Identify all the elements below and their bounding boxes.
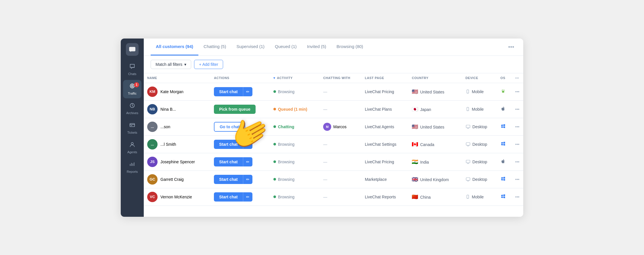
last-page-value: Marketplace: [365, 177, 387, 182]
edit-button[interactable]: ✏: [243, 87, 252, 96]
edit-button[interactable]: ✏: [243, 192, 252, 202]
chatting-with-cell: —: [320, 83, 361, 100]
tabs-more-button[interactable]: •••: [506, 42, 516, 52]
svg-rect-16: [466, 178, 470, 180]
country-cell: 🇮🇳India: [408, 153, 462, 170]
svg-rect-14: [466, 143, 470, 145]
start-chat-button[interactable]: Start chat: [214, 87, 243, 96]
device-value: Desktop: [472, 177, 487, 182]
name-cell: KM Kate Morgan: [144, 83, 210, 100]
agents-icon: [129, 141, 135, 149]
add-filter-button[interactable]: + Add filter: [194, 60, 223, 69]
sidebar-item-archives-label: Archives: [126, 111, 138, 115]
svg-rect-0: [129, 47, 135, 51]
activity-cell: Queued (1 min): [270, 100, 320, 118]
sidebar-item-traffic[interactable]: 1 Traffic: [123, 80, 141, 98]
action-cell: Start chat ✏: [210, 135, 270, 153]
action-cell: Start chat ✏: [210, 153, 270, 170]
start-chat-button[interactable]: Start chat: [214, 140, 243, 149]
last-page-cell: LiveChat Settings: [361, 135, 409, 153]
activity-cell: Browsing: [270, 170, 320, 188]
chatting-with-cell: —: [320, 135, 361, 153]
svg-rect-5: [130, 124, 135, 127]
device-value: Mobile: [472, 195, 484, 199]
last-page-cell: Marketplace: [361, 170, 409, 188]
action-cell: Start chat ✏: [210, 83, 270, 100]
tab-chatting[interactable]: Chatting (5): [198, 39, 231, 56]
sidebar-item-traffic-label: Traffic: [128, 92, 137, 95]
row-more-button[interactable]: •••: [512, 153, 523, 170]
customer-name: Garrett Craig: [160, 177, 184, 182]
activity-label: Browsing: [278, 160, 295, 164]
country-cell: 🇬🇧United Kingdom: [408, 170, 462, 188]
activity-dot: [273, 125, 276, 128]
row-more-button[interactable]: •••: [512, 188, 523, 206]
sidebar-item-agents[interactable]: Agents: [123, 139, 141, 157]
sidebar-item-reports-label: Reports: [127, 170, 138, 173]
device-value: Mobile: [472, 89, 484, 94]
activity-dot: [273, 108, 276, 110]
country-cell: 🇺🇸United States: [408, 118, 462, 135]
table-header-row: NAME ACTIONS ▾ ACTIVITY CHATTING: [144, 73, 523, 83]
country-name: Japan: [420, 107, 431, 112]
device-cell: Desktop: [462, 135, 497, 153]
col-more: •••: [512, 73, 523, 83]
svg-rect-15: [466, 160, 470, 163]
edit-button[interactable]: ✏: [243, 175, 252, 184]
row-more-button[interactable]: •••: [512, 170, 523, 188]
chatting-with-value: —: [323, 107, 327, 112]
device-cell: Desktop: [462, 118, 497, 135]
tab-queued[interactable]: Queued (1): [270, 39, 302, 56]
table-row: JS Josephine Spencer Start chat ✏ Browsi…: [144, 153, 523, 170]
activity-label: Chatting: [278, 124, 294, 129]
tab-supervised[interactable]: Supervised (1): [231, 39, 270, 56]
row-more-button[interactable]: •••: [512, 135, 523, 153]
last-page-cell: LiveChat Agents: [361, 118, 409, 135]
last-page-value: LiveChat Reports: [365, 195, 396, 199]
last-page-value: LiveChat Agents: [365, 124, 394, 129]
match-all-filters-button[interactable]: Match all filters ▾: [151, 60, 191, 69]
activity-cell: Browsing: [270, 188, 320, 206]
sidebar-item-tickets[interactable]: Tickets: [123, 119, 141, 137]
tab-browsing[interactable]: Browsing (80): [331, 39, 369, 56]
last-page-cell: LiveChat Pricing: [361, 83, 409, 100]
chatting-with-value: —: [323, 160, 327, 164]
name-cell: GC Garrett Craig: [144, 170, 210, 188]
os-cell: [497, 83, 512, 100]
os-cell: [497, 153, 512, 170]
country-name: United States: [420, 90, 444, 94]
country-name: United States: [420, 125, 444, 129]
country-name: China: [420, 195, 431, 200]
chatting-with-value: —: [323, 177, 327, 182]
start-chat-button[interactable]: Start chat: [214, 175, 243, 184]
tab-invited[interactable]: Invited (5): [302, 39, 331, 56]
action-cell: Go to chat: [210, 118, 270, 135]
row-more-button[interactable]: •••: [512, 100, 523, 118]
tab-all-customers[interactable]: All customers (94): [151, 39, 198, 56]
col-actions: ACTIONS: [210, 73, 270, 83]
device-cell: Mobile: [462, 83, 497, 100]
pick-from-queue-button[interactable]: Pick from queue: [214, 105, 256, 114]
activity-cell: Browsing: [270, 135, 320, 153]
table-row: KM Kate Morgan Start chat ✏ Browsing—Liv…: [144, 83, 523, 100]
sidebar-item-archives[interactable]: Archives: [123, 99, 141, 118]
row-more-button[interactable]: •••: [512, 83, 523, 100]
agent-avatar: M: [323, 123, 331, 131]
col-country: COUNTRY: [408, 73, 462, 83]
start-chat-button[interactable]: Start chat: [214, 157, 243, 166]
activity-dot: [273, 178, 276, 181]
sidebar-item-reports[interactable]: Reports: [123, 158, 141, 177]
sidebar-item-chats[interactable]: Chats: [123, 60, 141, 79]
agent-name: Marcos: [333, 124, 346, 129]
country-flag: 🇨🇳: [412, 194, 418, 200]
sidebar-item-tickets-label: Tickets: [127, 131, 137, 134]
row-more-button[interactable]: •••: [512, 118, 523, 135]
edit-button[interactable]: ✏: [243, 157, 252, 166]
filter-bar: Match all filters ▾ + Add filter: [144, 56, 523, 73]
traffic-badge: 1: [134, 82, 139, 87]
svg-point-6: [131, 143, 133, 145]
last-page-value: LiveChat Settings: [365, 142, 396, 147]
start-chat-button[interactable]: Start chat: [214, 192, 243, 202]
edit-button[interactable]: ✏: [243, 140, 252, 149]
go-to-chat-button[interactable]: Go to chat: [214, 122, 245, 132]
